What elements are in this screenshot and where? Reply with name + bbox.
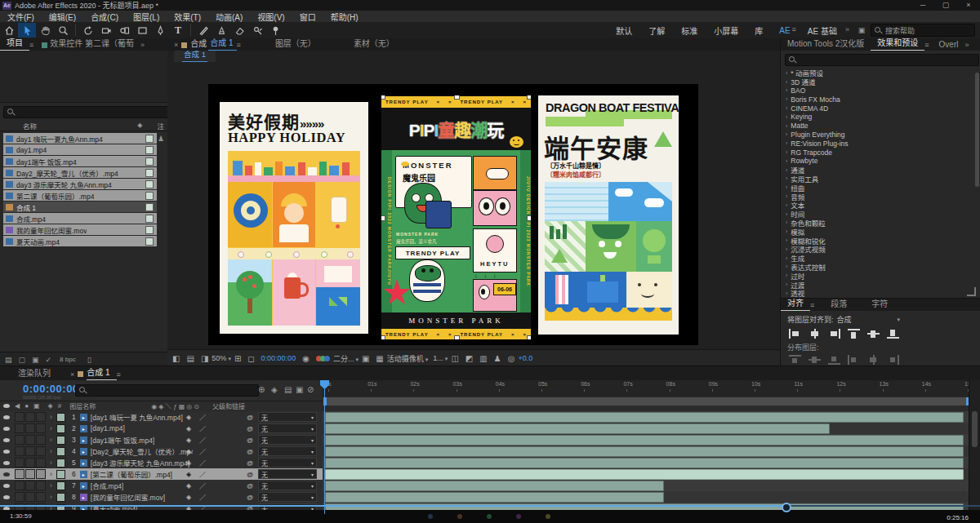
playhead-line[interactable] xyxy=(324,380,325,514)
menu-item-6[interactable]: 视图(V) xyxy=(250,11,292,23)
mask-toggle-icon[interactable]: ◻ xyxy=(247,354,254,363)
fast-previews-icon[interactable]: ◩ xyxy=(466,354,473,363)
tab-character[interactable]: 字符 xyxy=(865,297,894,311)
workspace-menu-icon[interactable]: ≡ xyxy=(792,25,800,35)
effects-category-row[interactable]: ›过渡 xyxy=(781,280,975,289)
menu-item-8[interactable]: 帮助(H) xyxy=(323,11,366,23)
player-scrub-knob[interactable] xyxy=(782,503,791,512)
timeline-panel-menu-icon[interactable]: ≡ xyxy=(117,370,124,380)
camera-tool-icon[interactable] xyxy=(97,23,115,38)
twirl-icon[interactable]: › xyxy=(786,105,787,111)
tab-layer[interactable]: 图层（无） xyxy=(269,37,323,51)
project-item-note-box[interactable] xyxy=(145,146,154,154)
fx-tab-overflow-icon[interactable]: » xyxy=(964,41,972,51)
distribute-center-v-button[interactable] xyxy=(808,355,821,365)
layer-parent-dropdown[interactable]: 无▾ xyxy=(258,435,317,445)
menu-item-0[interactable]: 文件(F) xyxy=(0,11,42,23)
workspace-item-0[interactable]: 默认 xyxy=(608,24,640,37)
menu-item-4[interactable]: 效果(T) xyxy=(167,11,208,23)
project-item-row[interactable]: day1端午 饭饭.mp4 xyxy=(3,156,157,166)
viewer-panel-menu-icon[interactable]: ≡ xyxy=(237,41,244,51)
selection-handle[interactable] xyxy=(381,95,385,100)
layer-switch-cell[interactable] xyxy=(15,469,24,479)
project-item-row[interactable]: 合成.mp4 xyxy=(3,213,157,224)
align-top-button[interactable] xyxy=(848,329,860,339)
project-item-note-box[interactable] xyxy=(145,135,154,143)
composition-mini-flowchart-icon[interactable]: ⊕ xyxy=(258,385,265,394)
layer-switch-cell[interactable] xyxy=(25,435,35,445)
parent-pickwhip-icon[interactable]: @ xyxy=(247,414,253,421)
layer-quality-icon[interactable]: ◈ xyxy=(186,482,191,490)
layer-quality-slash-icon[interactable]: ／ xyxy=(199,459,206,468)
layer-name[interactable]: [day1.mp4] xyxy=(91,424,125,432)
magnification-dropdown[interactable]: 50%▾ xyxy=(212,354,231,362)
project-item-note-box[interactable] xyxy=(145,226,154,234)
twirl-icon[interactable]: › xyxy=(786,273,787,278)
puppet-pin-tool-icon[interactable] xyxy=(266,23,284,38)
twirl-icon[interactable]: › xyxy=(786,175,787,181)
timeline-vscroll-thumb[interactable] xyxy=(972,411,978,447)
project-item-note-box[interactable] xyxy=(145,237,154,246)
layer-duration-bar[interactable] xyxy=(325,412,964,423)
menu-item-7[interactable]: 窗口 xyxy=(292,11,323,23)
layer-name[interactable]: [day3 游乐摩天轮 九鱼Ann.mp4] xyxy=(91,458,189,468)
distribute-bottom-button[interactable] xyxy=(828,355,840,365)
video-column-icon[interactable] xyxy=(3,404,10,408)
layer-duration-bar[interactable] xyxy=(325,423,830,434)
layer-label-swatch[interactable] xyxy=(56,481,65,490)
project-item-row[interactable]: day1 嗨玩一夏九鱼Ann.mp4 xyxy=(3,133,157,144)
parent-pickwhip-icon[interactable]: @ xyxy=(247,459,253,467)
pixel-aspect-icon[interactable]: ◫ xyxy=(451,354,458,363)
text-tool-icon[interactable]: T xyxy=(169,23,187,38)
layer-switch-cell[interactable] xyxy=(36,492,46,502)
layer-parent-dropdown[interactable]: 无▾ xyxy=(258,469,317,479)
twirl-icon[interactable]: › xyxy=(786,281,787,287)
align-left-button[interactable] xyxy=(789,329,801,339)
project-note-column[interactable]: 注 xyxy=(157,121,164,131)
lock-column-icon[interactable]: ▣ xyxy=(33,402,40,410)
composition-canvas[interactable]: 美好假期»»»» HAPPY HOLIDAY xyxy=(208,84,698,345)
timeline-layer-row[interactable]: ›7▸[合成.mp4]◈／@无▾ xyxy=(0,480,323,491)
tab-footage[interactable]: 素材（无） xyxy=(347,37,401,51)
layer-parent-dropdown[interactable]: 无▾ xyxy=(258,458,317,468)
layer-switch-cell[interactable] xyxy=(25,446,35,456)
layer-name[interactable]: [day1 嗨玩一夏 九鱼Ann.mp4] xyxy=(91,412,183,422)
effects-category-row[interactable]: ›Rowbyte xyxy=(781,157,975,166)
layer-switch-cell[interactable] xyxy=(15,492,24,502)
effects-category-row[interactable]: ›过时 xyxy=(781,271,975,280)
effects-category-row[interactable]: ›* 动画预设 xyxy=(781,69,975,78)
layer-switch-cell[interactable] xyxy=(25,469,35,479)
twirl-icon[interactable]: › xyxy=(786,158,787,164)
menu-item-5[interactable]: 动画(A) xyxy=(208,11,250,23)
effects-category-row[interactable]: ›3D 通道 xyxy=(781,78,975,86)
distribute-center-h-button[interactable] xyxy=(867,355,880,365)
layer-visibility-eye-icon[interactable] xyxy=(3,495,10,499)
project-flowchart-icon[interactable]: ♟ xyxy=(158,135,164,143)
project-search-input[interactable] xyxy=(3,106,169,118)
viewer-tab-close-icon[interactable]: × xyxy=(167,41,181,51)
layer-quality-icon[interactable]: ◈ xyxy=(186,425,191,432)
layer-parent-dropdown[interactable]: 无▾ xyxy=(258,412,317,422)
layer-switch-cell[interactable] xyxy=(25,492,35,502)
viewer-current-time[interactable]: 0:00:00:00 xyxy=(261,354,296,362)
effects-category-row[interactable]: ›音频 xyxy=(781,192,975,201)
motion-blur-icon[interactable]: ⊘ xyxy=(307,385,314,394)
layer-name[interactable]: [我的童年回忆闺蜜.mov] xyxy=(91,492,165,502)
layer-twirl-icon[interactable]: › xyxy=(50,470,52,478)
project-name-column[interactable]: 名称 xyxy=(23,121,37,131)
resolution-dropdown[interactable]: 二分...▾ xyxy=(333,353,359,364)
layer-switch-cell[interactable] xyxy=(25,412,35,422)
tab-timeline-comp[interactable]: 合成 1 xyxy=(87,366,116,380)
tab-composition-name[interactable]: 合成 1 xyxy=(208,36,236,51)
effects-category-row[interactable]: ›生成 xyxy=(781,254,975,263)
layer-visibility-eye-icon[interactable] xyxy=(3,472,10,476)
twirl-icon[interactable]: › xyxy=(786,237,787,243)
hand-tool-icon[interactable] xyxy=(36,23,54,38)
twirl-icon[interactable]: › xyxy=(786,211,787,217)
layer-quality-icon[interactable]: ◈ xyxy=(186,471,191,478)
work-area-bar[interactable] xyxy=(323,397,970,406)
align-to-dropdown[interactable]: 合成 xyxy=(837,314,852,325)
help-search[interactable]: 搜索帮助 xyxy=(871,24,975,37)
layer-switch-cell[interactable] xyxy=(36,458,46,468)
workspace-item-1[interactable]: 了解 xyxy=(640,24,673,37)
